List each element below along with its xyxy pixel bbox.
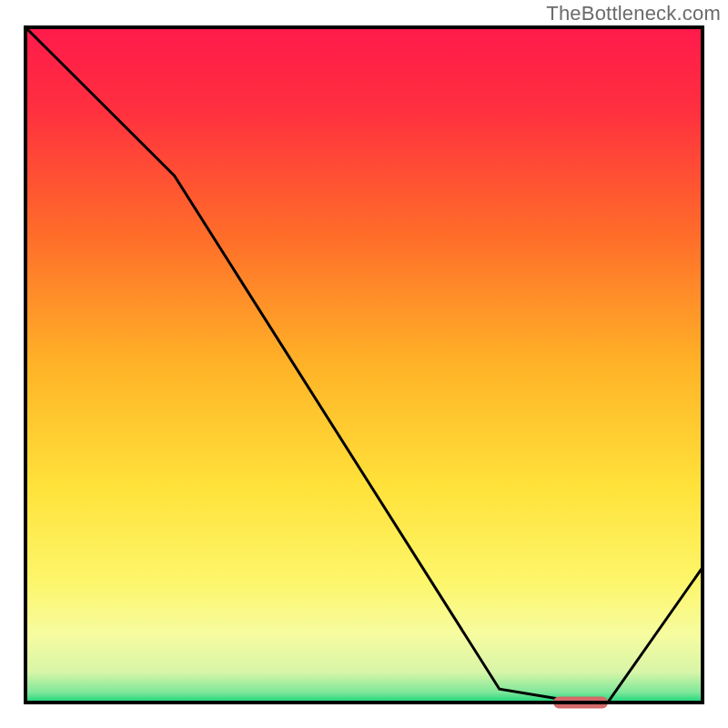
watermark-text: TheBottleneck.com bbox=[546, 2, 721, 25]
chart-container: TheBottleneck.com bbox=[0, 0, 728, 728]
bottleneck-chart bbox=[0, 0, 728, 728]
